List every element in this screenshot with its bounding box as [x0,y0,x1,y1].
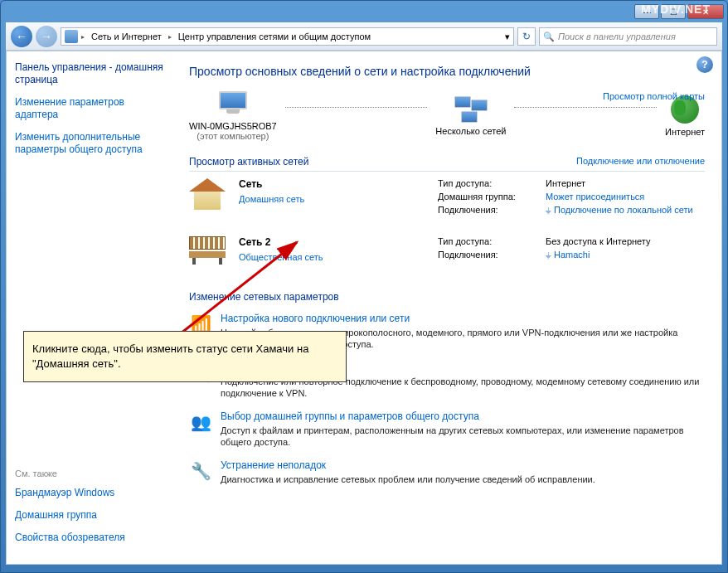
back-button[interactable]: ← [11,26,32,47]
access-value: Интернет [546,178,585,188]
homegroup-icon: 👥 [189,410,212,434]
troubleshoot-icon: 🔧 [189,459,212,483]
task-link[interactable]: Настройка нового подключения или сети [221,313,705,324]
sidebar-heading[interactable]: Панель управления - домашняя страница [15,61,164,86]
connection-link[interactable]: Подключение по локальной сети [554,205,693,215]
sidebar-link-adapter[interactable]: Изменение параметров адаптера [15,96,164,121]
sidebar-link-homegroup[interactable]: Домашняя группа [15,509,172,522]
connect-disconnect-link[interactable]: Подключение или отключение [576,156,705,168]
connections-label: Подключения: [438,250,546,260]
network-name: Сеть 2 [239,236,323,248]
section-title: Просмотр активных сетей [189,156,308,168]
map-line [514,107,657,108]
network-map: WIN-0MGJHS5ROB7 (этот компьютер) Несколь… [189,91,705,141]
sidebar-link-sharing[interactable]: Изменить дополнительные параметры общего… [15,131,164,156]
homegroup-link[interactable]: Может присоединиться [546,192,644,202]
connection-icon: ⏚ [546,250,551,260]
node-internet: Интернет [665,95,705,137]
breadcrumb-seg[interactable]: Сеть и Интернет [88,32,165,41]
forward-button[interactable]: → [36,26,57,47]
public-network-icon [189,236,229,273]
task-link[interactable]: Устранение неполадок [221,459,595,471]
sidebar-link-ie-options[interactable]: Свойства обозревателя [15,532,172,544]
network-block-2: Сеть 2 Общественная сеть Тип доступа:Без… [189,236,705,273]
main-pane: Просмотр основных сведений о сети и наст… [172,51,721,564]
view-full-map-link[interactable]: Просмотр полной карты [603,91,705,101]
search-placeholder: Поиск в панели управления [558,32,676,41]
homegroup-label: Домашняя группа: [438,192,546,202]
active-networks-header: Просмотр активных сетей Подключение или … [189,156,705,172]
address-bar[interactable]: ▸ Сеть и Интернет ▸ Центр управления сет… [61,27,514,46]
refresh-button[interactable]: ↻ [517,27,536,46]
network-type-link[interactable]: Общественная сеть [239,252,323,262]
page-title: Просмотр основных сведений о сети и наст… [189,65,705,78]
pc-name: WIN-0MGJHS5ROB7 [189,121,277,131]
connection-icon: ⏚ [546,205,551,215]
dropdown-icon[interactable]: ▾ [505,32,510,42]
task-desc: Диагностика и исправление сетевых пробле… [221,473,595,485]
content: ? Панель управления - домашняя страница … [6,51,722,565]
window: MYDIV.NET — ☐ ✕ ← → ▸ Сеть и Интернет ▸ … [0,0,728,573]
network-name: Сеть [239,178,304,190]
watermark: MYDIV.NET [641,2,711,16]
multi-network-icon [454,96,488,123]
map-line [285,107,428,108]
titlebar: — ☐ ✕ [1,1,727,22]
access-value: Без доступа к Интернету [546,236,651,246]
control-panel-icon [65,30,78,43]
chevron-right-icon: ▸ [168,33,172,41]
chevron-right-icon: ▸ [81,33,85,41]
toolbar: ← → ▸ Сеть и Интернет ▸ Центр управления… [6,22,722,51]
see-also-label: См. также [15,469,172,478]
access-label: Тип доступа: [438,236,546,246]
task-desc: Доступ к файлам и принтерам, расположенн… [221,425,705,448]
node-label: Интернет [665,127,705,137]
home-network-icon [189,178,229,215]
section-title: Изменение сетевых параметров [189,291,339,303]
sidebar: Панель управления - домашняя страница Из… [7,51,172,564]
network-type-link[interactable]: Домашняя сеть [239,194,304,204]
network-block-1: Сеть Домашняя сеть Тип доступа:Интернет … [189,178,705,218]
search-icon: 🔍 [543,32,555,42]
node-label: Несколько сетей [435,126,506,136]
sidebar-bottom: См. также Брандмауэр Windows Домашняя гр… [15,469,172,554]
annotation-callout: Кликните сюда, чтобы изменить статус сет… [23,331,347,382]
sidebar-link-firewall[interactable]: Брандмауэр Windows [15,487,172,499]
breadcrumb-seg[interactable]: Центр управления сетями и общим доступом [175,32,374,41]
node-this-pc: WIN-0MGJHS5ROB7 (этот компьютер) [189,91,277,141]
connections-label: Подключения: [438,205,546,215]
task-link[interactable]: Выбор домашней группы и параметров общег… [221,410,705,422]
access-label: Тип доступа: [438,178,546,188]
computer-icon [216,91,250,118]
settings-header: Изменение сетевых параметров [189,291,705,306]
task-troubleshoot: 🔧 Устранение неполадок Диагностика и исп… [189,459,705,485]
pc-sub: (этот компьютер) [189,131,277,141]
search-input[interactable]: 🔍 Поиск в панели управления [539,27,717,46]
node-networks: Несколько сетей [435,96,506,136]
task-homegroup: 👥 Выбор домашней группы и параметров общ… [189,410,705,448]
connection-link[interactable]: Hamachi [554,250,590,260]
